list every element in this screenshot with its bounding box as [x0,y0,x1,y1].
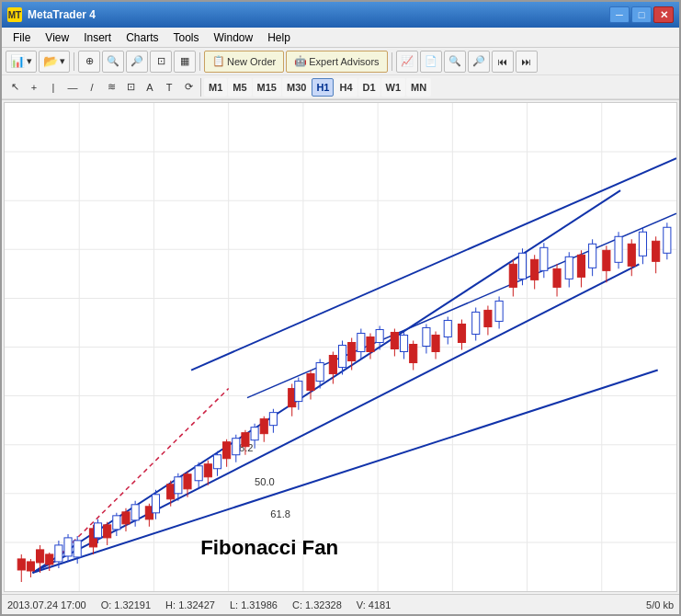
template-btn[interactable]: 📄 [420,51,442,73]
text-tool[interactable]: A [141,78,159,97]
sep3 [392,52,392,71]
period-sep-btn[interactable]: ▦ [174,51,196,73]
svg-text:61.8: 61.8 [270,508,290,519]
hline-tool[interactable]: — [63,78,82,97]
menu-view[interactable]: View [38,29,76,46]
svg-rect-78 [251,428,258,440]
svg-rect-84 [307,374,314,391]
svg-rect-134 [653,241,660,261]
arrow-draw-tool[interactable]: ⟳ [179,78,198,97]
main-window: MT MetaTrader 4 ─ □ ✕ File View Insert C… [0,0,681,616]
channel-tool[interactable]: ≋ [102,78,120,97]
status-high: H: 1.32427 [165,599,215,610]
tf-m15[interactable]: M15 [253,78,281,97]
close-button[interactable]: ✕ [653,6,674,23]
maximize-button[interactable]: □ [631,6,652,23]
scroll-btn[interactable]: ⊡ [150,51,172,73]
main-toolbar: 📊▾ 📂▾ ⊕ 🔍 🔎 ⊡ ▦ 📋 New Order 🤖 Expert Adv… [2,48,679,75]
svg-rect-132 [628,244,635,266]
status-open: O: 1.32191 [101,599,151,610]
zoom-in-btn[interactable]: 🔍 [102,51,124,73]
chart-svg: 38.2 50.0 61.8 [5,103,676,591]
tf-m1[interactable]: M1 [204,78,227,97]
menu-bar: File View Insert Charts Tools Window Hel… [2,28,679,48]
status-datetime: 2013.07.24 17:00 [7,599,86,610]
status-close: C: 1.32328 [292,599,342,610]
svg-rect-72 [195,466,202,481]
open-btn[interactable]: 📂▾ [39,51,70,73]
tf-h1[interactable]: H1 [312,78,334,97]
back-btn[interactable]: ⏮ [492,51,514,73]
tf-mn[interactable]: MN [406,78,431,97]
svg-rect-106 [338,345,346,367]
svg-rect-114 [423,327,430,346]
crosshair-btn[interactable]: ⊕ [78,51,100,73]
svg-rect-31 [17,559,25,570]
svg-rect-68 [260,419,267,434]
vline-tool[interactable]: | [44,78,62,97]
svg-rect-128 [577,255,585,277]
menu-charts[interactable]: Charts [119,29,165,46]
svg-rect-122 [509,264,516,287]
title-controls: ─ □ ✕ [609,6,674,23]
status-low: L: 1.31986 [230,599,278,610]
new-order-btn[interactable]: 📋 New Order [204,51,284,73]
label-tool[interactable]: T [160,78,178,97]
svg-rect-126 [553,268,561,287]
status-volume: V: 4181 [357,599,392,610]
svg-rect-38 [55,545,62,562]
svg-rect-144 [615,236,622,262]
forward-btn[interactable]: ⏭ [516,51,538,73]
svg-rect-52 [113,516,120,530]
svg-rect-108 [358,333,365,351]
svg-rect-70 [175,477,182,494]
svg-rect-56 [152,495,159,513]
menu-help[interactable]: Help [260,29,298,46]
menu-tools[interactable]: Tools [166,29,207,46]
svg-rect-50 [94,523,101,538]
arrow-tool[interactable]: ↖ [6,78,24,97]
svg-text:50.0: 50.0 [255,476,275,487]
svg-rect-98 [458,324,465,342]
toolbar-container: 📊▾ 📂▾ ⊕ 🔍 🔎 ⊡ ▦ 📋 New Order 🤖 Expert Adv… [2,48,679,100]
title-bar: MT MetaTrader 4 ─ □ ✕ [2,2,679,28]
tf-m30[interactable]: M30 [282,78,311,97]
svg-rect-116 [444,320,451,337]
tf-h4[interactable]: H4 [335,78,357,97]
svg-rect-140 [565,257,573,279]
chart-area[interactable]: 38.2 50.0 61.8 [4,102,677,592]
indicators-btn[interactable]: 📈 [396,51,418,73]
svg-rect-46 [122,512,130,524]
svg-rect-44 [104,525,111,538]
tline-tool[interactable]: / [83,78,101,97]
menu-window[interactable]: Window [207,29,261,46]
status-bar: 2013.07.24 17:00 O: 1.32191 H: 1.32427 L… [2,594,679,614]
zoom-in2-btn[interactable]: 🔍 [444,51,466,73]
svg-rect-104 [316,363,323,382]
svg-rect-136 [518,253,526,279]
zoom-out-btn[interactable]: 🔎 [126,51,148,73]
app-icon: MT [7,7,22,22]
tf-m5[interactable]: M5 [228,78,251,97]
svg-rect-74 [213,455,221,469]
zoom-out2-btn[interactable]: 🔎 [468,51,490,73]
svg-rect-102 [295,382,302,402]
svg-rect-86 [329,356,336,374]
expert-advisors-btn[interactable]: 🤖 Expert Advisors [286,51,387,73]
menu-file[interactable]: File [6,29,38,46]
fib-tool[interactable]: ⊡ [121,78,140,97]
sep1 [74,52,74,71]
svg-rect-96 [432,335,439,351]
svg-rect-66 [242,433,249,447]
new-chart-btn[interactable]: 📊▾ [6,51,37,73]
menu-insert[interactable]: Insert [76,29,119,46]
status-extra: 5/0 kb [646,599,674,610]
svg-rect-94 [410,344,417,362]
svg-rect-92 [391,332,398,348]
minimize-button[interactable]: ─ [609,6,630,23]
tf-d1[interactable]: D1 [358,78,380,97]
svg-rect-138 [540,247,548,270]
crosshair-tool[interactable]: + [25,78,43,97]
tf-w1[interactable]: W1 [381,78,406,97]
sep-tf [200,78,201,97]
